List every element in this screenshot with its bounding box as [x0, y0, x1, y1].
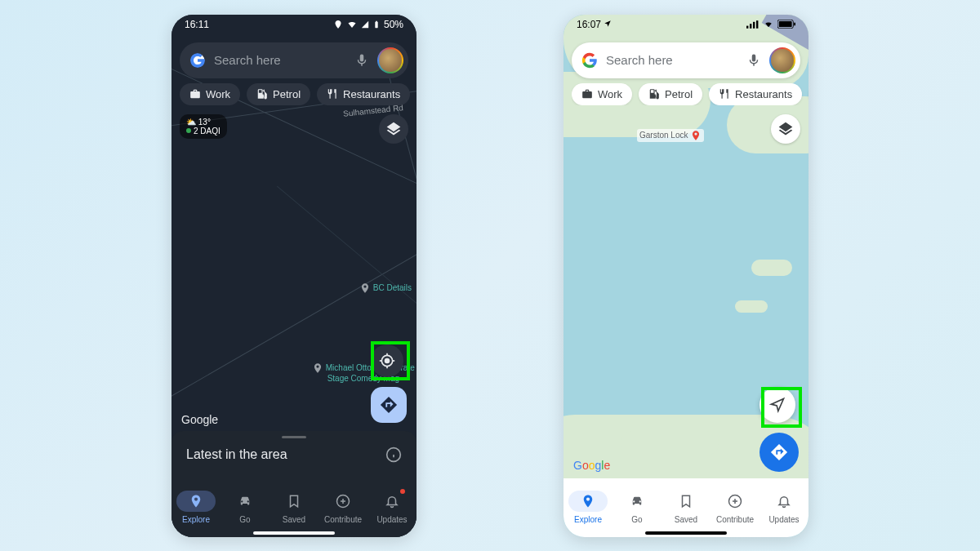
profile-avatar[interactable] — [769, 47, 795, 73]
wifi-icon — [763, 20, 774, 29]
status-bar: 16:11 50% — [172, 15, 416, 34]
nav-explore[interactable]: Explore — [568, 491, 608, 524]
search-placeholder: Search here — [214, 53, 346, 67]
chip-work[interactable]: Work — [180, 83, 240, 105]
info-icon[interactable] — [385, 447, 402, 463]
signal-icon — [361, 20, 369, 29]
nav-updates[interactable]: Updates — [764, 491, 804, 524]
plus-circle-icon — [336, 494, 350, 509]
nav-contribute[interactable]: Contribute — [715, 491, 755, 524]
status-bar: 16:07 — [564, 15, 808, 34]
svg-rect-15 — [753, 21, 755, 28]
layers-button[interactable] — [771, 114, 800, 144]
layers-button[interactable] — [379, 114, 408, 144]
chip-restaurants[interactable]: Restaurants — [709, 83, 802, 105]
drag-handle[interactable] — [282, 436, 306, 438]
wifi-icon — [346, 20, 358, 29]
home-indicator[interactable] — [253, 531, 335, 535]
fuel-icon — [256, 88, 268, 100]
directions-icon — [770, 443, 788, 461]
svg-rect-18 — [779, 21, 792, 27]
mic-icon[interactable] — [354, 53, 369, 68]
phone-android-dark: Sulhamstead Rd BC Details Michael Otton … — [172, 15, 416, 537]
signal-icon — [746, 20, 760, 29]
car-icon — [238, 494, 252, 509]
home-indicator[interactable] — [645, 531, 727, 535]
svg-rect-19 — [794, 23, 795, 26]
nav-go[interactable]: Go — [617, 491, 657, 524]
directions-button[interactable] — [760, 433, 799, 472]
status-time: 16:11 — [185, 19, 209, 30]
briefcase-icon — [581, 88, 593, 100]
battery-icon — [372, 20, 381, 29]
pin-icon — [189, 494, 203, 509]
latest-panel[interactable]: Latest in the area — [172, 431, 416, 478]
nav-contribute[interactable]: Contribute — [323, 491, 363, 524]
phone-ios-light: Garston Lock 16:07 Search here Work Petr… — [564, 15, 808, 537]
google-logo-icon — [189, 52, 206, 69]
bookmark-icon — [287, 494, 301, 509]
nav-saved[interactable]: Saved — [274, 491, 314, 524]
search-bar[interactable]: Search here — [572, 42, 800, 78]
battery-icon — [777, 20, 795, 29]
google-attribution: Google — [573, 459, 610, 472]
svg-rect-13 — [746, 25, 748, 28]
pin-icon — [581, 494, 595, 509]
bookmark-icon — [679, 494, 693, 509]
location-arrow-icon — [604, 20, 612, 28]
google-logo-icon — [581, 52, 598, 69]
svg-rect-14 — [750, 24, 751, 29]
map-poi-label[interactable]: Garston Lock — [637, 129, 704, 142]
bottom-nav: Explore Go Saved Contribute Updates — [172, 478, 416, 537]
svg-rect-16 — [756, 20, 758, 29]
restaurant-icon — [719, 88, 730, 100]
search-placeholder: Search here — [606, 53, 738, 67]
bell-icon — [385, 494, 399, 509]
nav-explore[interactable]: Explore — [176, 491, 216, 524]
chip-petrol[interactable]: Petrol — [639, 83, 702, 105]
category-chips: Work Petrol Restaurants Groce — [180, 83, 416, 105]
fuel-icon — [648, 88, 660, 100]
directions-icon — [380, 396, 398, 414]
status-icons — [746, 20, 795, 29]
chip-petrol[interactable]: Petrol — [247, 83, 310, 105]
directions-button[interactable] — [371, 387, 407, 423]
layers-icon — [385, 121, 402, 137]
tutorial-highlight — [761, 387, 802, 428]
nav-go[interactable]: Go — [225, 491, 265, 524]
chip-restaurants[interactable]: Restaurants — [317, 83, 410, 105]
profile-avatar[interactable] — [377, 47, 403, 73]
chip-work[interactable]: Work — [572, 83, 632, 105]
briefcase-icon — [189, 88, 201, 100]
status-time: 16:07 — [577, 19, 612, 30]
restaurant-icon — [327, 88, 338, 100]
status-icons: 50% — [333, 19, 403, 30]
map-poi-label[interactable]: BC Details — [359, 282, 412, 294]
mic-icon[interactable] — [746, 53, 761, 68]
search-bar[interactable]: Search here — [180, 42, 408, 78]
category-chips: Work Petrol Restaurants Groce — [572, 83, 808, 105]
nav-saved[interactable]: Saved — [666, 491, 706, 524]
tutorial-highlight — [371, 341, 410, 380]
nav-updates[interactable]: Updates — [372, 491, 412, 524]
bottom-nav: Explore Go Saved Contribute Updates — [564, 478, 808, 537]
location-icon — [333, 20, 343, 29]
weather-widget[interactable]: ⛅ 13° 2 DAQI — [180, 114, 227, 139]
bell-icon — [777, 494, 791, 509]
google-attribution: Google — [181, 413, 218, 426]
layers-icon — [777, 121, 794, 137]
plus-circle-icon — [728, 494, 742, 509]
latest-title: Latest in the area — [186, 447, 287, 462]
car-icon — [630, 494, 644, 509]
